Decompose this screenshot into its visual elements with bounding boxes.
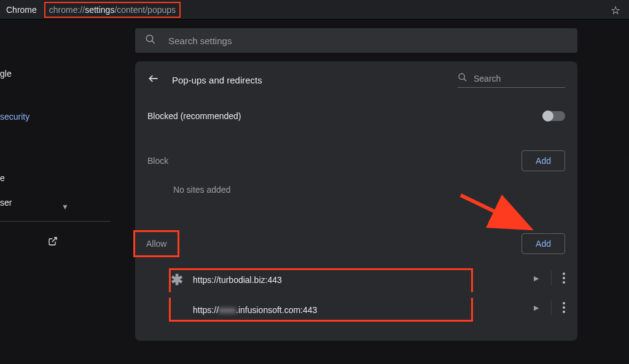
- panel-title: Pop-ups and redirects: [172, 75, 262, 85]
- action-divider: [551, 271, 552, 285]
- allow-section-header: Allow Add: [135, 219, 577, 263]
- site-more-menu-icon[interactable]: [563, 273, 565, 284]
- sidebar-item-default-browser[interactable]: ser: [0, 190, 111, 215]
- bookmark-star-icon[interactable]: ☆: [611, 4, 620, 17]
- sidebar-collapse-chevron-icon[interactable]: ▼: [61, 203, 69, 211]
- blocked-toggle-row: Blocked (recommended): [135, 99, 577, 127]
- panel-search-icon: [458, 72, 467, 85]
- url-prefix: chrome://: [49, 5, 85, 15]
- sidebar-divider: [0, 221, 111, 222]
- allow-add-button[interactable]: Add: [522, 233, 565, 254]
- allow-site-row-1[interactable]: https://xxxx.infusionsoft.com:443 ▶: [135, 293, 577, 322]
- browser-name: Chrome: [6, 5, 37, 15]
- blocked-label: Blocked (recommended): [147, 111, 241, 121]
- block-add-button[interactable]: Add: [522, 150, 565, 171]
- block-no-sites-text: No sites added: [135, 177, 577, 201]
- sidebar-item-google[interactable]: gle: [0, 61, 111, 86]
- search-settings-placeholder: Search settings: [168, 36, 232, 46]
- search-settings-bar[interactable]: Search settings: [135, 28, 577, 53]
- svg-line-5: [464, 79, 466, 81]
- blocked-toggle[interactable]: [543, 111, 565, 121]
- popups-settings-panel: Pop-ups and redirects Search Blocked (re…: [135, 61, 577, 341]
- url-highlight: settings: [85, 5, 114, 15]
- svg-point-0: [146, 35, 153, 42]
- site-expand-chevron-icon[interactable]: ▶: [534, 274, 539, 282]
- panel-header: Pop-ups and redirects Search: [135, 61, 577, 99]
- sidebar-item-search-engine[interactable]: e: [0, 166, 111, 190]
- site-more-menu-icon[interactable]: [563, 302, 565, 313]
- allow-site-row-0[interactable]: ✱ https://turbodial.biz:443 ▶: [135, 263, 577, 293]
- svg-point-4: [459, 74, 464, 79]
- svg-line-2: [52, 238, 57, 242]
- toggle-knob: [542, 110, 553, 122]
- allow-section-label: Allow: [146, 239, 166, 249]
- panel-search-placeholder: Search: [474, 74, 501, 83]
- allow-label-highlight-box: Allow: [133, 230, 179, 257]
- browser-address-bar: Chrome chrome://settings/content/popups …: [0, 0, 629, 20]
- site-favicon-icon: [171, 304, 183, 316]
- sidebar-external-link-icon[interactable]: [48, 236, 58, 249]
- svg-line-1: [152, 41, 155, 44]
- url-suffix: /content/popups: [114, 5, 176, 15]
- site-url-1: https://xxxx.infusionsoft.com:443: [193, 305, 317, 315]
- site-url-0: https://turbodial.biz:443: [193, 275, 282, 285]
- settings-sidebar: gle security e ser: [0, 61, 111, 215]
- block-section-header: Block Add: [135, 139, 577, 177]
- wildcard-icon: ✱: [171, 274, 183, 286]
- search-icon: [145, 34, 156, 47]
- url-box-highlighted[interactable]: chrome://settings/content/popups: [44, 2, 181, 18]
- site-expand-chevron-icon[interactable]: ▶: [534, 304, 539, 312]
- back-arrow-icon[interactable]: [147, 72, 160, 88]
- block-section-label: Block: [147, 156, 168, 166]
- sidebar-item-privacy-security[interactable]: security: [0, 104, 111, 129]
- panel-search-input[interactable]: Search: [458, 72, 565, 88]
- action-divider: [551, 300, 552, 315]
